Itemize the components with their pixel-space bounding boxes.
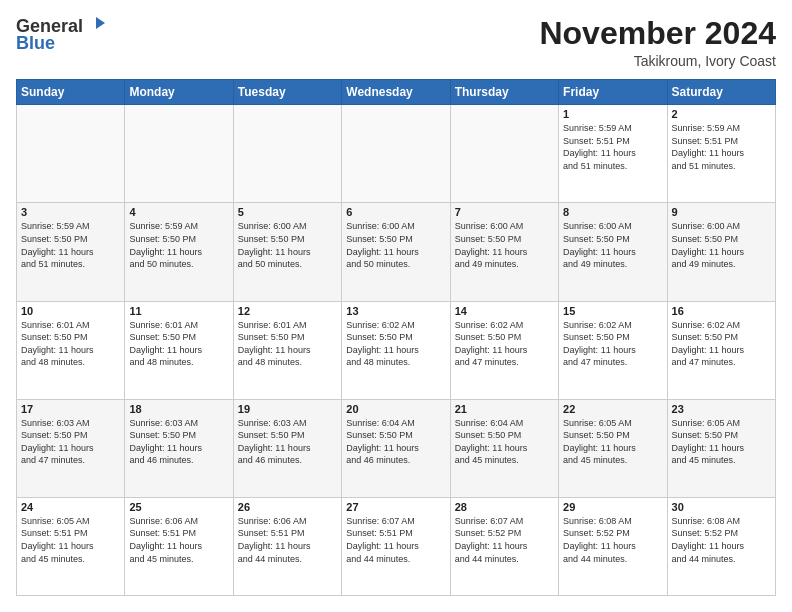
day-number: 18 xyxy=(129,403,228,415)
location: Takikroum, Ivory Coast xyxy=(539,53,776,69)
calendar-day-cell: 10Sunrise: 6:01 AM Sunset: 5:50 PM Dayli… xyxy=(17,301,125,399)
day-number: 1 xyxy=(563,108,662,120)
day-number: 16 xyxy=(672,305,771,317)
calendar-day-cell: 6Sunrise: 6:00 AM Sunset: 5:50 PM Daylig… xyxy=(342,203,450,301)
calendar-day-cell: 25Sunrise: 6:06 AM Sunset: 5:51 PM Dayli… xyxy=(125,497,233,595)
day-info: Sunrise: 5:59 AM Sunset: 5:50 PM Dayligh… xyxy=(21,220,120,270)
calendar-day-cell: 28Sunrise: 6:07 AM Sunset: 5:52 PM Dayli… xyxy=(450,497,558,595)
calendar-day-cell: 12Sunrise: 6:01 AM Sunset: 5:50 PM Dayli… xyxy=(233,301,341,399)
calendar-day-cell: 15Sunrise: 6:02 AM Sunset: 5:50 PM Dayli… xyxy=(559,301,667,399)
calendar-day-cell: 11Sunrise: 6:01 AM Sunset: 5:50 PM Dayli… xyxy=(125,301,233,399)
calendar-day-cell: 16Sunrise: 6:02 AM Sunset: 5:50 PM Dayli… xyxy=(667,301,775,399)
calendar-day-cell: 22Sunrise: 6:05 AM Sunset: 5:50 PM Dayli… xyxy=(559,399,667,497)
calendar-day-cell: 9Sunrise: 6:00 AM Sunset: 5:50 PM Daylig… xyxy=(667,203,775,301)
day-number: 22 xyxy=(563,403,662,415)
day-info: Sunrise: 6:01 AM Sunset: 5:50 PM Dayligh… xyxy=(129,319,228,369)
day-number: 25 xyxy=(129,501,228,513)
calendar-header-sunday: Sunday xyxy=(17,80,125,105)
day-number: 10 xyxy=(21,305,120,317)
day-number: 27 xyxy=(346,501,445,513)
header: General Blue November 2024 Takikroum, Iv… xyxy=(16,16,776,69)
calendar-week-row: 24Sunrise: 6:05 AM Sunset: 5:51 PM Dayli… xyxy=(17,497,776,595)
day-info: Sunrise: 5:59 AM Sunset: 5:51 PM Dayligh… xyxy=(672,122,771,172)
day-info: Sunrise: 6:05 AM Sunset: 5:50 PM Dayligh… xyxy=(563,417,662,467)
day-info: Sunrise: 6:00 AM Sunset: 5:50 PM Dayligh… xyxy=(346,220,445,270)
day-number: 13 xyxy=(346,305,445,317)
calendar-week-row: 17Sunrise: 6:03 AM Sunset: 5:50 PM Dayli… xyxy=(17,399,776,497)
page: General Blue November 2024 Takikroum, Iv… xyxy=(0,0,792,612)
calendar-empty-cell xyxy=(17,105,125,203)
calendar-header-friday: Friday xyxy=(559,80,667,105)
calendar-day-cell: 21Sunrise: 6:04 AM Sunset: 5:50 PM Dayli… xyxy=(450,399,558,497)
day-info: Sunrise: 5:59 AM Sunset: 5:50 PM Dayligh… xyxy=(129,220,228,270)
day-info: Sunrise: 6:01 AM Sunset: 5:50 PM Dayligh… xyxy=(21,319,120,369)
day-number: 12 xyxy=(238,305,337,317)
calendar-day-cell: 29Sunrise: 6:08 AM Sunset: 5:52 PM Dayli… xyxy=(559,497,667,595)
day-info: Sunrise: 6:01 AM Sunset: 5:50 PM Dayligh… xyxy=(238,319,337,369)
calendar-day-cell: 1Sunrise: 5:59 AM Sunset: 5:51 PM Daylig… xyxy=(559,105,667,203)
calendar-day-cell: 19Sunrise: 6:03 AM Sunset: 5:50 PM Dayli… xyxy=(233,399,341,497)
day-number: 28 xyxy=(455,501,554,513)
calendar-day-cell: 30Sunrise: 6:08 AM Sunset: 5:52 PM Dayli… xyxy=(667,497,775,595)
calendar-day-cell: 24Sunrise: 6:05 AM Sunset: 5:51 PM Dayli… xyxy=(17,497,125,595)
calendar-header-row: SundayMondayTuesdayWednesdayThursdayFrid… xyxy=(17,80,776,105)
day-info: Sunrise: 6:00 AM Sunset: 5:50 PM Dayligh… xyxy=(672,220,771,270)
day-number: 4 xyxy=(129,206,228,218)
day-info: Sunrise: 6:08 AM Sunset: 5:52 PM Dayligh… xyxy=(563,515,662,565)
calendar-header-saturday: Saturday xyxy=(667,80,775,105)
day-info: Sunrise: 6:03 AM Sunset: 5:50 PM Dayligh… xyxy=(238,417,337,467)
calendar-day-cell: 14Sunrise: 6:02 AM Sunset: 5:50 PM Dayli… xyxy=(450,301,558,399)
day-number: 29 xyxy=(563,501,662,513)
day-number: 6 xyxy=(346,206,445,218)
day-number: 17 xyxy=(21,403,120,415)
title-block: November 2024 Takikroum, Ivory Coast xyxy=(539,16,776,69)
day-number: 19 xyxy=(238,403,337,415)
day-number: 24 xyxy=(21,501,120,513)
day-info: Sunrise: 6:02 AM Sunset: 5:50 PM Dayligh… xyxy=(455,319,554,369)
calendar-empty-cell xyxy=(233,105,341,203)
calendar-header-monday: Monday xyxy=(125,80,233,105)
calendar-day-cell: 17Sunrise: 6:03 AM Sunset: 5:50 PM Dayli… xyxy=(17,399,125,497)
day-info: Sunrise: 6:04 AM Sunset: 5:50 PM Dayligh… xyxy=(346,417,445,467)
calendar-day-cell: 26Sunrise: 6:06 AM Sunset: 5:51 PM Dayli… xyxy=(233,497,341,595)
calendar-day-cell: 23Sunrise: 6:05 AM Sunset: 5:50 PM Dayli… xyxy=(667,399,775,497)
day-number: 5 xyxy=(238,206,337,218)
day-info: Sunrise: 6:05 AM Sunset: 5:50 PM Dayligh… xyxy=(672,417,771,467)
svg-marker-0 xyxy=(96,17,105,29)
day-info: Sunrise: 6:02 AM Sunset: 5:50 PM Dayligh… xyxy=(346,319,445,369)
day-number: 21 xyxy=(455,403,554,415)
day-number: 2 xyxy=(672,108,771,120)
logo: General Blue xyxy=(16,16,107,54)
calendar-header-thursday: Thursday xyxy=(450,80,558,105)
calendar-day-cell: 4Sunrise: 5:59 AM Sunset: 5:50 PM Daylig… xyxy=(125,203,233,301)
calendar-day-cell: 20Sunrise: 6:04 AM Sunset: 5:50 PM Dayli… xyxy=(342,399,450,497)
calendar-day-cell: 7Sunrise: 6:00 AM Sunset: 5:50 PM Daylig… xyxy=(450,203,558,301)
calendar-week-row: 1Sunrise: 5:59 AM Sunset: 5:51 PM Daylig… xyxy=(17,105,776,203)
day-number: 3 xyxy=(21,206,120,218)
day-info: Sunrise: 6:06 AM Sunset: 5:51 PM Dayligh… xyxy=(238,515,337,565)
day-info: Sunrise: 6:03 AM Sunset: 5:50 PM Dayligh… xyxy=(21,417,120,467)
calendar-day-cell: 3Sunrise: 5:59 AM Sunset: 5:50 PM Daylig… xyxy=(17,203,125,301)
day-info: Sunrise: 6:02 AM Sunset: 5:50 PM Dayligh… xyxy=(563,319,662,369)
calendar-day-cell: 5Sunrise: 6:00 AM Sunset: 5:50 PM Daylig… xyxy=(233,203,341,301)
day-info: Sunrise: 6:08 AM Sunset: 5:52 PM Dayligh… xyxy=(672,515,771,565)
logo-flag-icon xyxy=(85,15,107,37)
day-number: 11 xyxy=(129,305,228,317)
calendar-day-cell: 13Sunrise: 6:02 AM Sunset: 5:50 PM Dayli… xyxy=(342,301,450,399)
calendar-empty-cell xyxy=(342,105,450,203)
calendar-week-row: 3Sunrise: 5:59 AM Sunset: 5:50 PM Daylig… xyxy=(17,203,776,301)
calendar-table: SundayMondayTuesdayWednesdayThursdayFrid… xyxy=(16,79,776,596)
day-info: Sunrise: 6:02 AM Sunset: 5:50 PM Dayligh… xyxy=(672,319,771,369)
calendar-header-tuesday: Tuesday xyxy=(233,80,341,105)
day-info: Sunrise: 6:00 AM Sunset: 5:50 PM Dayligh… xyxy=(563,220,662,270)
day-number: 8 xyxy=(563,206,662,218)
day-info: Sunrise: 5:59 AM Sunset: 5:51 PM Dayligh… xyxy=(563,122,662,172)
day-info: Sunrise: 6:07 AM Sunset: 5:52 PM Dayligh… xyxy=(455,515,554,565)
calendar-week-row: 10Sunrise: 6:01 AM Sunset: 5:50 PM Dayli… xyxy=(17,301,776,399)
day-number: 9 xyxy=(672,206,771,218)
day-info: Sunrise: 6:03 AM Sunset: 5:50 PM Dayligh… xyxy=(129,417,228,467)
calendar-day-cell: 27Sunrise: 6:07 AM Sunset: 5:51 PM Dayli… xyxy=(342,497,450,595)
day-info: Sunrise: 6:04 AM Sunset: 5:50 PM Dayligh… xyxy=(455,417,554,467)
day-info: Sunrise: 6:05 AM Sunset: 5:51 PM Dayligh… xyxy=(21,515,120,565)
day-info: Sunrise: 6:07 AM Sunset: 5:51 PM Dayligh… xyxy=(346,515,445,565)
